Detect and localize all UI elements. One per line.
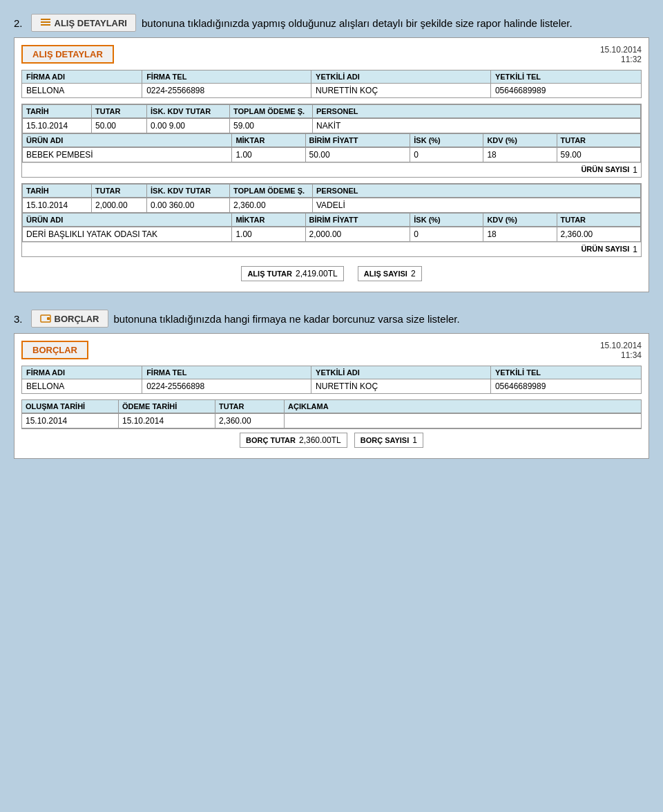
alis-sayisi-value: 2 (411, 269, 416, 278)
transaction2-block: TARİH TUTAR İSK. KDV TUTAR TOPLAM ÖDEME … (21, 183, 642, 257)
section3-intro: 3. BORÇLAR butonuna tıkladığınızda hangi… (14, 310, 649, 328)
prod1-data-row: BEBEK PEMBESİ 1.00 50.00 0 18 59.00 (23, 148, 641, 162)
borclar-report-time: 11:34 (621, 350, 642, 360)
debt-odeme: 15.10.2014 (119, 414, 215, 428)
firm-adi: BELLONA (22, 84, 142, 98)
bf-header-3: YETKİLİ TEL (490, 366, 641, 379)
p2-th-5: TUTAR (557, 214, 640, 227)
t2-th-2: İSK. KDV TUTAR (147, 185, 230, 198)
alis-sayisi-label: ALIŞ SAYISI (364, 270, 407, 278)
borc-tutar-cell: BORÇ TUTAR 2,360.00TL (240, 433, 347, 448)
urun-sayisi2-label: ÜRÜN SAYISI (581, 245, 629, 254)
firm-header-2: YETKİLİ ADI (311, 70, 491, 84)
borclar-report-title: BORÇLAR (21, 341, 88, 359)
bf-yetkili-adi: NURETTİN KOÇ (311, 379, 491, 394)
report-datetime: 15.10.2014 11:32 (600, 45, 642, 64)
trans1-data-table: 15.10.2014 50.00 0.00 9.00 59.00 NAKİT (22, 118, 641, 133)
t1-th-3: TOPLAM ÖDEME Ş. (230, 105, 313, 118)
prod1-header-table: ÜRÜN ADI MİKTAR BİRİM FİYATT İSK (%) KDV… (22, 133, 641, 147)
borclar-report-date: 15.10.2014 (600, 341, 642, 350)
t1-isk-kdv: 0.00 9.00 (147, 119, 230, 133)
bf-header-2: YETKİLİ ADI (311, 366, 491, 379)
borclar-debt-header-table: OLUŞMA TARİHİ ÖDEME TARİHİ TUTAR AÇIKLAM… (21, 399, 642, 413)
urun-sayisi1-row: ÜRÜN SAYISI 1 (22, 162, 641, 177)
svg-rect-4 (47, 317, 50, 320)
borclar-report: BORÇLAR 15.10.2014 11:34 FİRMA ADI FİRMA… (14, 333, 649, 459)
borc-tutar-label: BORÇ TUTAR (246, 436, 296, 444)
bf-header-1: FİRMA TEL (142, 366, 311, 379)
firm-header-3: YETKİLİ TEL (490, 70, 641, 84)
trans1-data-row: 15.10.2014 50.00 0.00 9.00 59.00 NAKİT (23, 119, 641, 133)
t2-th-4: PERSONEL (313, 185, 641, 198)
debt-data-row: 15.10.2014 15.10.2014 2,360.00 (22, 414, 642, 428)
wallet-icon (40, 313, 51, 324)
alis-tutar-cell: ALIŞ TUTAR 2,419.00TL (241, 266, 343, 281)
p1-th-5: TUTAR (557, 134, 640, 147)
borc-tutar-value: 2,360.00TL (299, 435, 341, 445)
borclar-firm-data-row: BELLONA 0224-25566898 NURETTİN KOÇ 05646… (22, 379, 642, 394)
section2-number: 2. (14, 17, 23, 29)
p2-th-0: ÜRÜN ADI (23, 214, 232, 227)
t1-th-1: TUTAR (92, 105, 147, 118)
list-icon (40, 17, 51, 28)
debt-th-3: AÇIKLAMA (285, 400, 642, 413)
p1-th-3: İSK (%) (410, 134, 483, 147)
p1-th-4: KDV (%) (483, 134, 557, 147)
bf-adi: BELLONA (22, 379, 142, 394)
firm-tel: 0224-25566898 (142, 84, 311, 98)
urun-sayisi1-label: ÜRÜN SAYISI (581, 165, 629, 175)
p1-birim-fiyat: 50.00 (305, 148, 410, 162)
t2-tarih: 15.10.2014 (23, 198, 92, 213)
report-header: ALIŞ DETAYLAR 15.10.2014 11:32 (21, 45, 642, 64)
alis-report-footer: ALIŞ TUTAR 2,419.00TL ALIŞ SAYISI 2 (21, 263, 642, 285)
t1-personel: NAKİT (313, 119, 641, 133)
t1-th-0: TARİH (23, 105, 92, 118)
firm-data-row: BELLONA 0224-25566898 NURETTİN KOÇ 05646… (22, 84, 642, 98)
borclar-report-datetime: 15.10.2014 11:34 (600, 341, 642, 360)
p1-isk: 0 (410, 148, 483, 162)
prod2-data-table: DERİ BAŞLIKLI YATAK ODASI TAK 1.00 2,000… (22, 227, 641, 242)
urun-sayisi1-value: 1 (633, 165, 637, 175)
p2-th-2: BİRİM FİYATT (305, 214, 410, 227)
urun-sayisi2-value: 1 (633, 245, 637, 254)
p1-kdv: 18 (483, 148, 557, 162)
t1-toplam: 59.00 (230, 119, 313, 133)
t1-tarih: 15.10.2014 (23, 119, 92, 133)
transaction1-block: TARİH TUTAR İSK. KDV TUTAR TOPLAM ÖDEME … (21, 104, 642, 178)
urun-sayisi2-row: ÜRÜN SAYISI 1 (22, 242, 641, 256)
t2-tutar: 2,000.00 (92, 198, 147, 213)
borc-sayisi-value: 1 (412, 435, 417, 445)
debt-aciklama (285, 414, 642, 428)
prod2-data-row: DERİ BAŞLIKLI YATAK ODASI TAK 1.00 2,000… (23, 227, 641, 242)
t2-personel: VADELİ (313, 198, 641, 213)
alis-detaylari-button[interactable]: ALIŞ DETAYLARI (31, 14, 136, 32)
t2-isk-kdv: 0.00 360.00 (147, 198, 230, 213)
firm-header-1: FİRMA TEL (142, 70, 311, 84)
bf-header-0: FİRMA ADI (22, 366, 142, 379)
p2-tutar: 2,360.00 (557, 227, 640, 242)
debt-th-2: TUTAR (215, 400, 285, 413)
debt-olusma: 15.10.2014 (22, 414, 119, 428)
p1-miktar: 1.00 (232, 148, 305, 162)
p2-th-1: MİKTAR (232, 214, 305, 227)
firm-info-table: FİRMA ADI FİRMA TEL YETKİLİ ADI YETKİLİ … (21, 70, 642, 98)
borclar-button[interactable]: BORÇLAR (31, 310, 108, 328)
svg-rect-2 (41, 24, 50, 26)
t2-toplam: 2,360.00 (230, 198, 313, 213)
borclar-report-footer: BORÇ TUTAR 2,360.00TL BORÇ SAYISI 1 (21, 428, 642, 451)
alis-tutar-label: ALIŞ TUTAR (247, 270, 292, 278)
debt-tutar: 2,360.00 (215, 414, 285, 428)
section2-intro: 2. ALIŞ DETAYLARI butonuna tıkladığınızd… (14, 14, 649, 32)
firm-header-0: FİRMA ADI (22, 70, 142, 84)
section3-intro-text: butonuna tıkladığınızda hangi firmaya ne… (114, 313, 460, 325)
t1-th-2: İSK. KDV TUTAR (147, 105, 230, 118)
prod2-header-table: ÜRÜN ADI MİKTAR BİRİM FİYATT İSK (%) KDV… (22, 213, 641, 227)
svg-rect-1 (41, 21, 50, 23)
trans2-data-row: 15.10.2014 2,000.00 0.00 360.00 2,360.00… (23, 198, 641, 213)
t1-tutar: 50.00 (92, 119, 147, 133)
p2-miktar: 1.00 (232, 227, 305, 242)
report-title: ALIŞ DETAYLAR (21, 45, 114, 64)
debt-th-1: ÖDEME TARİHİ (119, 400, 215, 413)
borclar-label: BORÇLAR (55, 314, 99, 324)
firm-yetkili-tel: 05646689989 (490, 84, 641, 98)
